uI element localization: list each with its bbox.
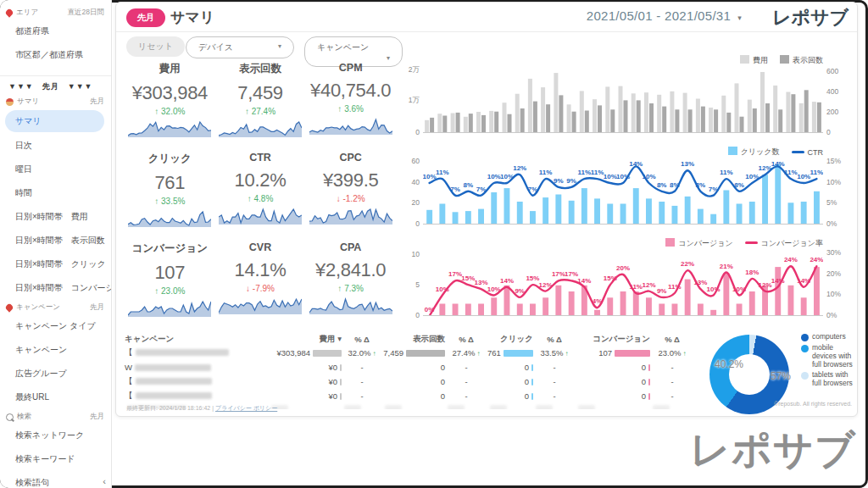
- map-pin-icon: [4, 8, 14, 17]
- svg-text:0%: 0%: [425, 306, 435, 313]
- clipped-cell: [382, 403, 445, 409]
- sidebar-item[interactable]: 最終URL: [0, 385, 111, 409]
- value-bar: [313, 350, 342, 357]
- privacy-policy-link[interactable]: プライバシー ポリシー: [215, 405, 277, 411]
- kpi-label: CPA: [305, 241, 396, 253]
- brand-logo: レポサブ: [772, 5, 849, 30]
- axis-tick: 30%: [826, 248, 852, 257]
- svg-text:10%: 10%: [487, 173, 501, 180]
- kpi-sparkline: [219, 297, 302, 314]
- donut-legend-item: computers: [801, 333, 857, 341]
- kpi-delta: ↑ 23.0%: [125, 286, 215, 296]
- sidebar-item[interactable]: 検索ネットワーク: [0, 424, 111, 447]
- chart-legend: クリック数CTR: [728, 147, 823, 158]
- donut-label-mobile: 40.2%: [715, 358, 743, 370]
- date-range-picker[interactable]: 2021/05/01 - 2021/05/31▾: [587, 8, 742, 23]
- sidebar-item[interactable]: キャンペーン: [0, 338, 111, 362]
- sidebar-item[interactable]: 日別×時間帯 費用: [0, 205, 111, 229]
- svg-text:15%: 15%: [604, 274, 617, 282]
- kpi-grid: 費用¥303,984↑ 32.0%表示回数7,459↑ 27.4%CPM¥40,…: [125, 57, 396, 326]
- campaign-table: キャンペーン費用 ▾% Δ表示回数% Δクリック% Δコンバージョン% Δ【¥3…: [125, 333, 694, 409]
- table-header-cell[interactable]: 費用 ▾: [269, 334, 342, 345]
- axis-tick: 20%: [826, 269, 852, 278]
- sidebar-item[interactable]: キャンペーン タイプ: [0, 314, 111, 338]
- sidebar-item[interactable]: 日次: [0, 134, 111, 158]
- device-filter-dropdown[interactable]: デバイス▾: [186, 36, 294, 58]
- svg-text:22%: 22%: [681, 260, 694, 268]
- legend-item: コンバージョン: [665, 238, 732, 249]
- svg-text:11%: 11%: [578, 169, 592, 176]
- kpi-card: クリック761↑ 33.5%: [125, 147, 215, 236]
- summary-icon: [6, 98, 14, 106]
- redacted-text: [136, 349, 229, 356]
- kpi-sparkline: [309, 117, 392, 135]
- axis-tick: 60: [399, 157, 420, 165]
- kpi-sparkline: [128, 209, 211, 227]
- delta-cell: -: [533, 377, 576, 386]
- chart-plot: [423, 69, 823, 133]
- sidebar-item[interactable]: 検索語句: [0, 471, 111, 488]
- axis-tick: 0: [399, 219, 420, 228]
- svg-text:7%: 7%: [476, 186, 487, 193]
- kpi-value: 107: [125, 262, 215, 284]
- value-bar: [615, 350, 650, 357]
- kpi-sparkline: [128, 299, 211, 317]
- svg-text:15%: 15%: [461, 274, 475, 282]
- sidebar-section-header: 検索先月: [0, 409, 111, 424]
- sidebar-item[interactable]: 都道府県: [0, 19, 111, 43]
- period-badge: 先月: [126, 8, 165, 27]
- sidebar-section-title: キャンペーン: [16, 302, 60, 313]
- kpi-sparkline: [219, 119, 302, 137]
- sidebar-item[interactable]: 日別×時間帯 コンバージョ...: [0, 276, 111, 300]
- svg-text:10%: 10%: [500, 173, 514, 180]
- sidebar-item[interactable]: 日別×時間帯 表示回数: [0, 229, 111, 252]
- kpi-sparkline: [309, 207, 392, 225]
- sidebar-section-title: エリア: [16, 8, 38, 18]
- table-header-row: キャンペーン費用 ▾% Δ表示回数% Δクリック% Δコンバージョン% Δ: [125, 333, 694, 346]
- metric-cell: 0: [487, 377, 533, 386]
- sidebar-section-period: 先月: [90, 302, 104, 313]
- delta-cell: -: [342, 391, 382, 401]
- axis-tick: 10: [399, 250, 420, 258]
- legend-label: mobile devices with full browsers: [812, 344, 857, 369]
- kpi-value: 761: [125, 172, 215, 194]
- svg-text:14%: 14%: [500, 277, 514, 285]
- pushpin-icon: [4, 302, 14, 312]
- reset-button[interactable]: リセット: [126, 36, 185, 57]
- table-header-cell: % Δ: [445, 335, 487, 344]
- kpi-sparkline: [128, 119, 211, 137]
- axis-tick: 40: [399, 178, 420, 186]
- legend-dot: [801, 345, 809, 352]
- chart-plot: 10%11%7%8%7%10%10%12%7%11%9%9%11%11%10%1…: [423, 160, 823, 225]
- sidebar-item[interactable]: 日別×時間帯 クリック: [0, 252, 111, 276]
- metric-cell: ¥0: [269, 363, 342, 372]
- sidebar-item[interactable]: 市区郡／都道府県: [0, 43, 111, 67]
- metric-cell: 0: [576, 363, 650, 372]
- table-row[interactable]: 【¥0-0-0-0-: [125, 374, 694, 389]
- kpi-label: CVR: [215, 241, 306, 253]
- metric-cell: 7,459: [382, 348, 445, 358]
- svg-text:12%: 12%: [642, 281, 655, 289]
- axis-tick: 200: [826, 108, 852, 116]
- metric-cell: ¥0: [269, 377, 342, 386]
- table-row[interactable]: 【¥303,98432.0%↑7,45927.4%↑76133.5%↑10723…: [125, 346, 694, 360]
- table-row[interactable]: W¥0-0-0-0-: [125, 360, 694, 374]
- sidebar-item[interactable]: 検索キーワード: [0, 447, 111, 471]
- kpi-delta: ↑ 27.4%: [215, 107, 306, 116]
- table-row[interactable]: 【¥0-0-0-0-: [125, 389, 694, 403]
- kpi-card: 費用¥303,984↑ 32.0%: [125, 57, 215, 147]
- sidebar-item[interactable]: サマリ: [5, 110, 104, 132]
- donut-legend: computersmobile devices with full browse…: [801, 333, 857, 391]
- sidebar-collapse-icon[interactable]: ‹: [103, 476, 106, 486]
- chart-legend: コンバージョンコンバージョン率: [665, 238, 823, 249]
- axis-tick: 400: [826, 87, 852, 96]
- svg-text:4%: 4%: [593, 297, 603, 305]
- sidebar-item[interactable]: 時間: [0, 181, 111, 205]
- sidebar-item[interactable]: 広告グループ: [0, 362, 111, 385]
- kpi-sparkline: [309, 297, 392, 314]
- kpi-label: 表示回数: [215, 62, 306, 76]
- table-header-cell: コンバージョン: [576, 334, 650, 345]
- metric-cell: 0: [576, 391, 650, 401]
- sidebar-item[interactable]: 曜日: [0, 158, 111, 181]
- delta-cell: -: [445, 363, 487, 372]
